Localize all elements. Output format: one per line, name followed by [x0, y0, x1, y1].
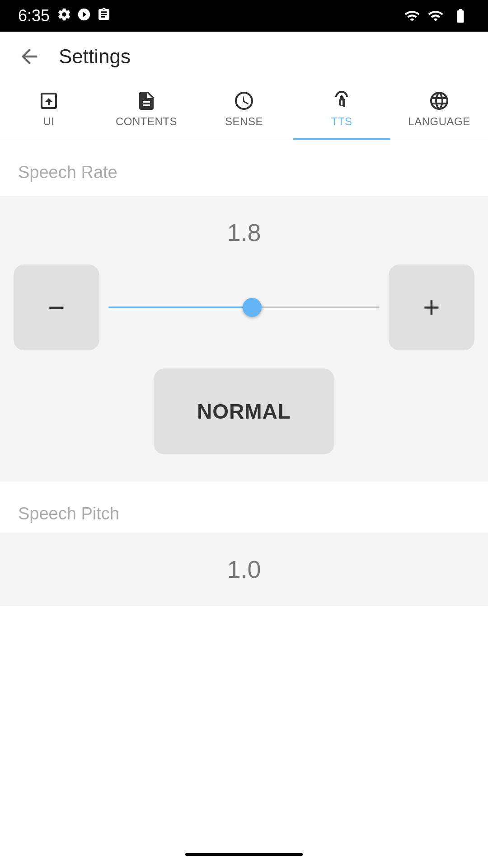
content-area: Speech Rate 1.8 − + NORMAL Speech Pitch …: [0, 140, 488, 606]
tab-sense[interactable]: SENSE: [195, 81, 293, 140]
tab-language[interactable]: LANGUAGE: [390, 81, 488, 140]
play-icon: [77, 7, 91, 25]
globe-icon: [428, 90, 450, 112]
clock-download-icon: [233, 90, 255, 112]
speech-rate-section: Speech Rate: [0, 140, 488, 196]
nav-bar: [0, 841, 488, 868]
tab-tts-label: TTS: [331, 115, 352, 128]
speech-pitch-value: 1.0: [227, 555, 261, 583]
clipboard-icon: [97, 7, 111, 25]
tab-language-label: LANGUAGE: [408, 115, 470, 128]
status-time: 6:35: [18, 6, 50, 25]
slider-fill: [108, 307, 252, 308]
decrease-button[interactable]: −: [14, 264, 99, 350]
slider-track: [108, 307, 380, 308]
slider-thumb[interactable]: [243, 298, 262, 317]
tab-bar: UI CONTENTS SENSE TTS LANGUAGE: [0, 81, 488, 140]
speech-rate-label: Speech Rate: [18, 163, 117, 182]
status-bar-right: [404, 8, 470, 24]
speech-pitch-label: Speech Pitch: [18, 504, 119, 523]
slider-row: − +: [14, 264, 474, 350]
battery-icon: [451, 8, 470, 24]
back-arrow-icon: [18, 45, 41, 68]
status-bar: 6:35: [0, 0, 488, 32]
page-title: Settings: [59, 45, 131, 68]
app-bar: Settings: [0, 32, 488, 81]
signal-icon: [427, 8, 444, 24]
tab-contents[interactable]: CONTENTS: [98, 81, 195, 140]
speech-rate-value: 1.8: [227, 218, 261, 246]
hearing-icon: [331, 90, 352, 112]
slider-container[interactable]: [108, 298, 380, 316]
back-button[interactable]: [14, 41, 45, 72]
speech-pitch-controls: 1.0: [0, 533, 488, 606]
status-bar-left: 6:35: [18, 6, 111, 25]
gear-icon: [57, 7, 71, 25]
status-icons: [57, 7, 111, 25]
wifi-icon: [404, 8, 420, 24]
increase-button[interactable]: +: [389, 264, 474, 350]
download-box-icon: [38, 90, 60, 112]
tab-sense-label: SENSE: [225, 115, 263, 128]
speech-rate-controls: 1.8 − + NORMAL: [0, 196, 488, 481]
tab-tts[interactable]: TTS: [293, 81, 390, 140]
tab-ui-label: UI: [43, 115, 55, 128]
document-icon: [136, 90, 157, 112]
tab-contents-label: CONTENTS: [116, 115, 177, 128]
normal-button[interactable]: NORMAL: [154, 368, 334, 454]
tab-ui[interactable]: UI: [0, 81, 98, 140]
nav-home-indicator: [185, 853, 303, 856]
speech-pitch-section: Speech Pitch: [0, 481, 488, 533]
